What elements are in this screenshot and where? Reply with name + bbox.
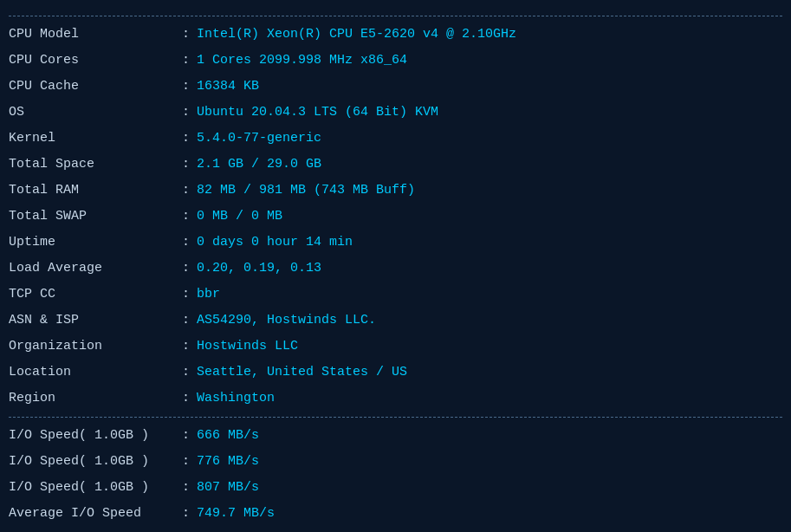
row-colon-11: : [182,310,190,331]
io-row-2: I/O Speed( 1.0GB ): 807 MB/s [9,475,782,501]
row-colon-5: : [182,154,190,175]
row-value-3: Ubuntu 20.04.3 LTS (64 Bit) KVM [197,102,438,123]
row-colon-13: : [182,362,190,383]
row-colon-6: : [182,180,190,201]
system-row-0: CPU Model: Intel(R) Xeon(R) CPU E5-2620 … [9,22,782,48]
row-value-5: 2.1 GB / 29.0 GB [197,154,321,175]
row-label-7: Total SWAP [9,206,182,227]
row-label-14: Region [9,388,182,409]
io-value-0: 666 MB/s [197,425,259,446]
main-container: CPU Model: Intel(R) Xeon(R) CPU E5-2620 … [0,7,791,532]
system-row-12: Organization: Hostwinds LLC [9,334,782,360]
row-label-9: Load Average [9,258,182,279]
row-label-3: OS [9,102,182,123]
io-row-3: Average I/O Speed: 749.7 MB/s [9,501,782,527]
system-row-6: Total RAM: 82 MB / 981 MB (743 MB Buff) [9,178,782,204]
row-value-7: 0 MB / 0 MB [197,206,282,227]
io-label-2: I/O Speed( 1.0GB ) [9,477,182,498]
row-value-1: 1 Cores 2099.998 MHz x86_64 [197,50,407,71]
row-value-11: AS54290, Hostwinds LLC. [197,310,376,331]
system-info-section: CPU Model: Intel(R) Xeon(R) CPU E5-2620 … [9,22,782,412]
io-value-3: 749.7 MB/s [197,503,275,524]
row-colon-4: : [182,128,190,149]
row-label-12: Organization [9,336,182,357]
row-value-12: Hostwinds LLC [197,336,298,357]
system-row-1: CPU Cores: 1 Cores 2099.998 MHz x86_64 [9,48,782,74]
row-colon-3: : [182,102,190,123]
row-value-4: 5.4.0-77-generic [197,128,321,149]
row-value-2: 16384 KB [197,76,259,97]
row-colon-8: : [182,232,190,253]
row-value-6: 82 MB / 981 MB (743 MB Buff) [197,180,415,201]
row-colon-14: : [182,388,190,409]
row-label-8: Uptime [9,232,182,253]
system-row-10: TCP CC: bbr [9,282,782,308]
row-label-0: CPU Model [9,24,182,45]
row-label-10: TCP CC [9,284,182,305]
io-value-1: 776 MB/s [197,451,259,472]
io-colon-3: : [182,503,190,524]
system-row-13: Location: Seattle, United States / US [9,360,782,386]
system-row-14: Region: Washington [9,386,782,412]
row-value-14: Washington [197,388,275,409]
system-row-8: Uptime: 0 days 0 hour 14 min [9,230,782,256]
row-label-1: CPU Cores [9,50,182,71]
row-label-5: Total Space [9,154,182,175]
system-row-5: Total Space: 2.1 GB / 29.0 GB [9,152,782,178]
row-label-11: ASN & ISP [9,310,182,331]
system-row-7: Total SWAP: 0 MB / 0 MB [9,204,782,230]
row-colon-0: : [182,24,190,45]
io-value-2: 807 MB/s [197,477,259,498]
row-colon-10: : [182,284,190,305]
system-row-11: ASN & ISP: AS54290, Hostwinds LLC. [9,308,782,334]
system-row-2: CPU Cache: 16384 KB [9,74,782,100]
io-colon-1: : [182,451,190,472]
io-colon-0: : [182,425,190,446]
row-label-2: CPU Cache [9,76,182,97]
row-label-13: Location [9,362,182,383]
system-row-9: Load Average: 0.20, 0.19, 0.13 [9,256,782,282]
row-value-8: 0 days 0 hour 14 min [197,232,353,253]
io-label-3: Average I/O Speed [9,503,182,524]
row-colon-7: : [182,206,190,227]
row-colon-9: : [182,258,190,279]
row-value-9: 0.20, 0.19, 0.13 [197,258,321,279]
row-value-0: Intel(R) Xeon(R) CPU E5-2620 v4 @ 2.10GH… [197,24,516,45]
row-label-6: Total RAM [9,180,182,201]
system-row-4: Kernel: 5.4.0-77-generic [9,126,782,152]
io-colon-2: : [182,477,190,498]
row-colon-2: : [182,76,190,97]
io-row-1: I/O Speed( 1.0GB ): 776 MB/s [9,449,782,475]
io-label-1: I/O Speed( 1.0GB ) [9,451,182,472]
io-row-0: I/O Speed( 1.0GB ): 666 MB/s [9,423,782,449]
io-label-0: I/O Speed( 1.0GB ) [9,425,182,446]
row-label-4: Kernel [9,128,182,149]
row-colon-1: : [182,50,190,71]
middle-divider [9,417,782,418]
top-divider [9,16,782,16]
row-value-13: Seattle, United States / US [197,362,407,383]
row-colon-12: : [182,336,190,357]
io-section: I/O Speed( 1.0GB ): 666 MB/sI/O Speed( 1… [9,423,782,527]
system-row-3: OS: Ubuntu 20.04.3 LTS (64 Bit) KVM [9,100,782,126]
row-value-10: bbr [197,284,220,305]
